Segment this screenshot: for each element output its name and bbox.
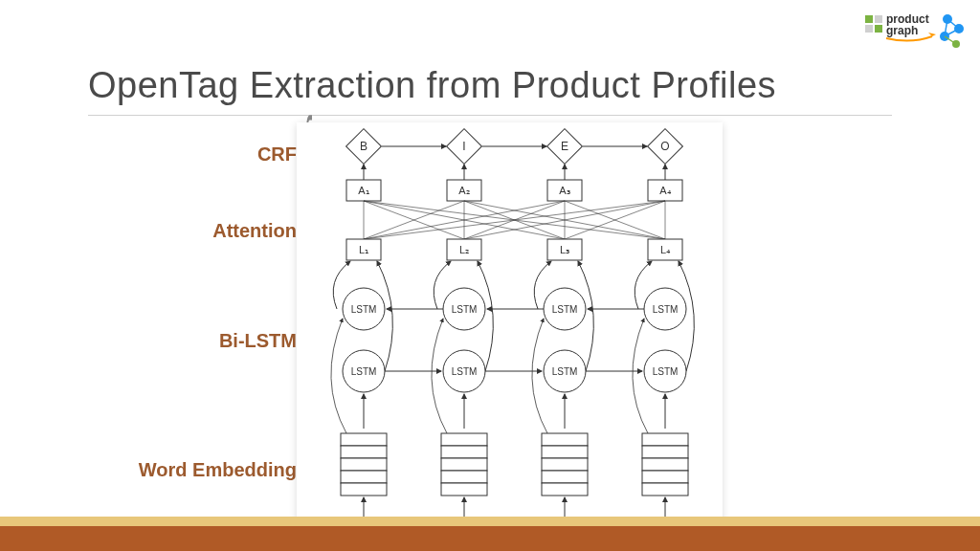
- svg-text:L₁: L₁: [359, 244, 368, 255]
- svg-text:L₂: L₂: [459, 244, 469, 255]
- svg-text:LSTM: LSTM: [351, 366, 377, 377]
- attention-label: Attention: [212, 220, 297, 242]
- svg-rect-97: [441, 458, 487, 471]
- svg-rect-110: [642, 446, 688, 458]
- svg-text:A₃: A₃: [559, 185, 569, 196]
- svg-rect-95: [441, 433, 487, 446]
- svg-marker-6: [928, 33, 936, 36]
- svg-text:O: O: [660, 140, 669, 153]
- footer-accent: [0, 517, 980, 526]
- svg-rect-88: [341, 433, 387, 446]
- svg-text:L₄: L₄: [660, 244, 671, 255]
- svg-rect-89: [341, 446, 387, 458]
- title-underline: [88, 115, 892, 116]
- svg-rect-112: [642, 471, 688, 483]
- footer-bar: [0, 526, 980, 551]
- svg-rect-1: [875, 15, 882, 23]
- svg-text:B: B: [360, 140, 368, 153]
- crf-label: CRF: [257, 143, 297, 165]
- svg-text:LSTM: LSTM: [552, 366, 578, 377]
- product-graph-logo: product graph: [863, 8, 969, 51]
- svg-rect-2: [865, 25, 873, 33]
- svg-rect-99: [441, 483, 487, 496]
- svg-text:LSTM: LSTM: [452, 304, 478, 315]
- page-title: OpenTag Extraction from Product Profiles: [88, 65, 776, 106]
- svg-rect-98: [441, 471, 487, 483]
- architecture-diagram: BIEOA₁A₂A₃A₄L₁L₂L₃L₄LSTMLSTMLSTMLSTMLSTM…: [297, 122, 723, 543]
- svg-text:I: I: [462, 140, 465, 153]
- svg-rect-92: [341, 483, 387, 496]
- svg-text:A₄: A₄: [659, 185, 671, 196]
- svg-rect-111: [642, 458, 688, 471]
- svg-rect-106: [542, 483, 588, 496]
- svg-rect-96: [441, 446, 487, 458]
- svg-rect-109: [642, 433, 688, 446]
- svg-text:LSTM: LSTM: [452, 366, 478, 377]
- svg-rect-90: [341, 458, 387, 471]
- bilstm-label: Bi-LSTM: [219, 330, 297, 352]
- svg-rect-105: [542, 471, 588, 483]
- svg-rect-103: [542, 446, 588, 458]
- svg-text:A₁: A₁: [358, 185, 368, 196]
- svg-rect-3: [875, 25, 882, 33]
- svg-text:E: E: [561, 140, 568, 153]
- svg-rect-104: [542, 458, 588, 471]
- svg-text:A₂: A₂: [458, 185, 469, 196]
- svg-text:LSTM: LSTM: [653, 366, 679, 377]
- svg-rect-102: [542, 433, 588, 446]
- svg-text:LSTM: LSTM: [351, 304, 377, 315]
- svg-rect-91: [341, 471, 387, 483]
- svg-line-11: [947, 19, 959, 29]
- svg-text:L₃: L₃: [560, 244, 569, 255]
- svg-rect-113: [642, 483, 688, 496]
- svg-text:LSTM: LSTM: [653, 304, 679, 315]
- svg-text:LSTM: LSTM: [552, 304, 578, 315]
- svg-rect-0: [865, 15, 873, 23]
- svg-text:graph: graph: [886, 24, 918, 37]
- word-embedding-label: Word Embedding: [139, 459, 297, 481]
